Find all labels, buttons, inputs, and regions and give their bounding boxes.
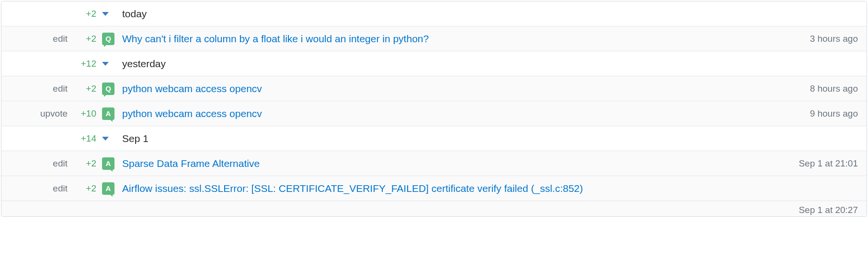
badge-cell: Q (102, 83, 119, 95)
group-header[interactable]: +12 yesterday (1, 51, 867, 76)
group-header[interactable]: +2 today (1, 1, 867, 26)
event-time: 3 hours ago (802, 34, 858, 44)
badge-letter: A (106, 184, 111, 192)
rep-change: +10 (72, 108, 102, 119)
question-badge-icon: Q (102, 33, 114, 45)
reputation-event-row: upvote +10 A python webcam access opencv… (1, 101, 867, 126)
event-action: edit (10, 34, 72, 44)
group-label: today (119, 8, 147, 20)
event-time: Sep 1 at 20:27 (799, 205, 858, 215)
group-label: yesterday (119, 58, 166, 70)
answer-badge-icon: A (102, 157, 114, 170)
group-label: Sep 1 (119, 133, 148, 144)
rep-change: +2 (72, 34, 102, 44)
event-time: Sep 1 at 21:01 (791, 158, 858, 169)
title-cell: Sparse Data Frame Alternative (119, 158, 791, 169)
question-badge-icon: Q (102, 83, 114, 95)
title-cell: Airflow issues: ssl.SSLError: [SSL: CERT… (119, 183, 858, 194)
event-time: 9 hours ago (802, 108, 858, 119)
badge-letter: Q (105, 35, 111, 43)
post-title-link[interactable]: python webcam access opencv (122, 83, 262, 94)
answer-badge-icon: A (102, 107, 114, 120)
event-action: edit (10, 183, 72, 194)
reputation-event-row: edit +2 A Airflow issues: ssl.SSLError: … (1, 176, 867, 201)
post-title-link[interactable]: Airflow issues: ssl.SSLError: [SSL: CERT… (122, 183, 583, 194)
answer-badge-icon: A (102, 182, 114, 195)
reputation-event-row: edit +2 A Sparse Data Frame Alternative … (1, 151, 867, 176)
event-time-row: Sep 1 at 20:27 (1, 201, 867, 216)
title-cell: python webcam access opencv (119, 83, 802, 95)
post-title-link[interactable]: Why can't i filter a column by a float l… (122, 33, 429, 44)
title-cell: python webcam access opencv (119, 108, 802, 119)
badge-cell: Q (102, 33, 119, 45)
chevron-down-icon[interactable] (102, 12, 109, 16)
badge-letter: Q (105, 84, 111, 93)
rep-change: +2 (72, 183, 102, 194)
event-action: upvote (10, 108, 72, 119)
toggle-cell[interactable] (102, 12, 119, 16)
post-title-link[interactable]: Sparse Data Frame Alternative (122, 158, 260, 169)
badge-letter: A (106, 159, 111, 167)
event-action: edit (10, 83, 72, 94)
badge-cell: A (102, 107, 119, 120)
chevron-down-icon[interactable] (102, 137, 109, 141)
reputation-event-row: edit +2 Q Why can't i filter a column by… (1, 26, 867, 51)
group-header[interactable]: +14 Sep 1 (1, 126, 867, 151)
post-title-link[interactable]: python webcam access opencv (122, 108, 262, 119)
rep-change: +2 (72, 158, 102, 169)
toggle-cell[interactable] (102, 137, 119, 141)
badge-cell: A (102, 182, 119, 195)
toggle-cell[interactable] (102, 62, 119, 66)
rep-change: +14 (72, 133, 102, 144)
rep-change: +12 (72, 59, 102, 69)
badge-letter: A (106, 109, 111, 118)
rep-change: +2 (72, 9, 102, 19)
rep-change: +2 (72, 83, 102, 94)
reputation-event-row: edit +2 Q python webcam access opencv 8 … (1, 76, 867, 101)
badge-cell: A (102, 157, 119, 170)
chevron-down-icon[interactable] (102, 62, 109, 66)
event-action: edit (10, 158, 72, 169)
event-time: 8 hours ago (802, 83, 858, 94)
title-cell: Why can't i filter a column by a float l… (119, 33, 802, 45)
